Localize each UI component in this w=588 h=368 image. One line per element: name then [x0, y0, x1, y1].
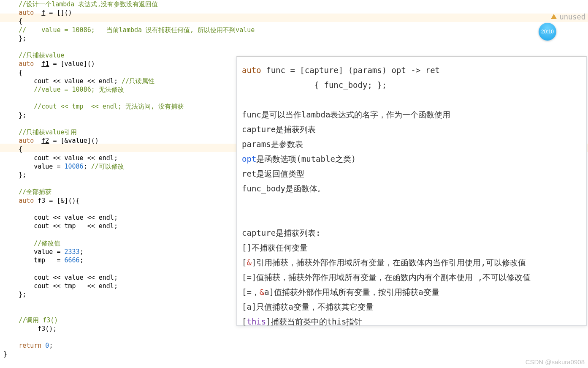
capture-rule: [=]值捕获，捕获外部作用域所有变量，在函数内内有个副本使用 ,不可以修改值 [242, 270, 581, 285]
desc-params: params是参数表 [242, 137, 581, 152]
var-f2: f2 [41, 137, 49, 144]
warning-label: unused [560, 13, 585, 21]
var-f: f [41, 9, 45, 16]
syntax-line: { func_body; }; [242, 78, 581, 93]
comment: //设计一个lambda 表达式,没有参数没有返回值 [19, 0, 158, 8]
capture-rule: []不捕获任何变量 [242, 240, 581, 255]
desc-body: func_body是函数体。 [242, 181, 581, 196]
explanation-panel: auto func = [capture] (params) opt -> re… [236, 56, 587, 326]
desc-opt: opt是函数选项(mutable之类) [242, 152, 581, 166]
capture-rule: [=，&a]值捕获外部作用域所有变量，按引用捕获a变量 [242, 285, 581, 300]
watermark: CSDN @sakura0908 [526, 358, 585, 365]
desc-func: func是可以当作lambda表达式的名字，作为一个函数使用 [242, 107, 581, 122]
capture-header: capture是捕获列表: [242, 226, 581, 240]
var-f1: f1 [41, 60, 49, 68]
desc-capture: capture是捕获列表 [242, 122, 581, 137]
code-editor[interactable]: //设计一个lambda 表达式,没有参数没有返回值 auto f = []()… [3, 0, 240, 359]
clock-time: 20:10 [541, 29, 554, 35]
capture-rule: [this]捕获当前类中的this指针 [242, 314, 581, 329]
desc-ret: ret是返回值类型 [242, 166, 581, 181]
capture-rule: [a]只值捕获a变量，不捕获其它变量 [242, 300, 581, 314]
clock-widget[interactable]: 20:10 [539, 23, 556, 41]
syntax-line: auto func = [capture] (params) opt -> re… [242, 63, 581, 78]
warning-icon [551, 14, 557, 19]
capture-rule: [&]引用捕获，捕获外部作用域所有变量，在函数体内当作引用使用,可以修改值 [242, 255, 581, 270]
